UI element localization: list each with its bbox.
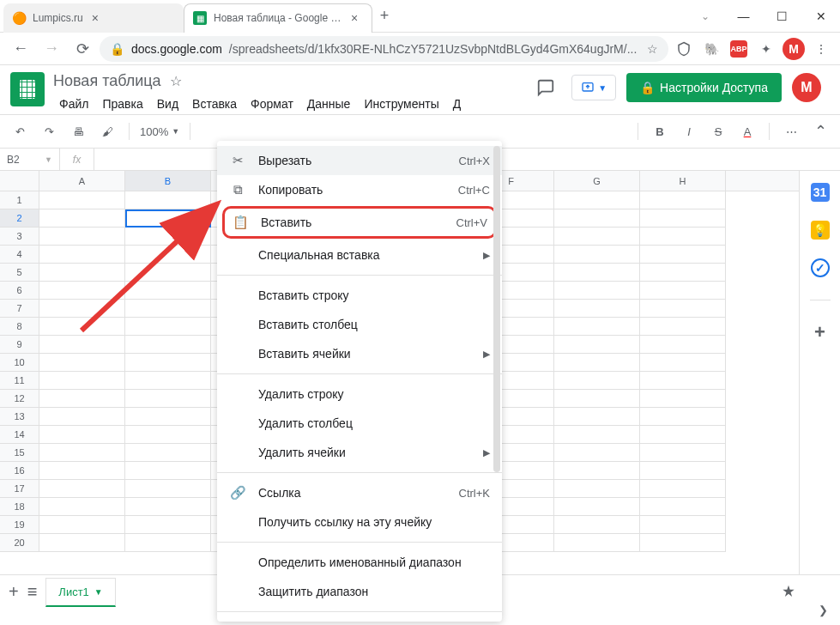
- cell[interactable]: [125, 300, 211, 318]
- name-box[interactable]: B2▼: [0, 149, 60, 170]
- cell[interactable]: [640, 498, 726, 516]
- row-header-5[interactable]: 5: [0, 264, 39, 282]
- cell[interactable]: [554, 534, 640, 552]
- col-header-B[interactable]: B: [125, 171, 211, 191]
- row-header-14[interactable]: 14: [0, 426, 39, 444]
- text-color-button[interactable]: A: [736, 120, 758, 143]
- shield-icon[interactable]: [672, 37, 696, 61]
- cell[interactable]: [554, 191, 640, 209]
- menu-item-Вставить столбец[interactable]: Вставить столбец: [217, 310, 502, 339]
- browser-tab-lumpics[interactable]: 🟠 Lumpics.ru ×: [3, 3, 184, 33]
- cell[interactable]: [39, 300, 125, 318]
- menu-Д[interactable]: Д: [447, 94, 467, 114]
- cell[interactable]: [554, 318, 640, 336]
- cell[interactable]: [640, 372, 726, 390]
- cell[interactable]: [125, 444, 211, 462]
- row-header-10[interactable]: 10: [0, 354, 39, 372]
- paint-format-button[interactable]: 🖌: [96, 120, 118, 143]
- col-header-A[interactable]: A: [39, 171, 125, 191]
- menu-item-Комментарий[interactable]: 🗨КомментарийCtrl+Alt+M: [217, 617, 502, 622]
- cell[interactable]: [39, 480, 125, 498]
- row-header-3[interactable]: 3: [0, 228, 39, 246]
- cell[interactable]: [125, 354, 211, 372]
- cell[interactable]: [125, 372, 211, 390]
- cell[interactable]: [640, 408, 726, 426]
- menu-Вид[interactable]: Вид: [151, 94, 184, 114]
- cell[interactable]: [125, 191, 211, 209]
- menu-item-Вырезать[interactable]: ✂ВырезатьCtrl+X: [217, 146, 502, 175]
- cell[interactable]: [554, 444, 640, 462]
- comments-icon[interactable]: [530, 72, 561, 103]
- cell[interactable]: [125, 318, 211, 336]
- minimize-button[interactable]: —: [724, 0, 763, 33]
- cell[interactable]: [554, 264, 640, 282]
- menu-Данные[interactable]: Данные: [301, 94, 357, 114]
- tab-close-icon[interactable]: ×: [351, 11, 358, 25]
- abp-icon[interactable]: ABP: [727, 37, 751, 61]
- row-header-2[interactable]: 2: [0, 209, 39, 228]
- menu-Правка[interactable]: Правка: [96, 94, 148, 114]
- row-header-18[interactable]: 18: [0, 498, 39, 516]
- cell[interactable]: [39, 191, 125, 209]
- cell[interactable]: [39, 354, 125, 372]
- strikethrough-button[interactable]: S: [707, 120, 729, 143]
- sheets-logo-icon[interactable]: [10, 72, 45, 106]
- row-header-13[interactable]: 13: [0, 408, 39, 426]
- new-tab-button[interactable]: +: [372, 7, 396, 25]
- cell[interactable]: [640, 336, 726, 354]
- cell[interactable]: [125, 228, 211, 246]
- chevron-down-icon[interactable]: ⌄: [686, 0, 724, 33]
- row-header-12[interactable]: 12: [0, 390, 39, 408]
- cell[interactable]: [554, 390, 640, 408]
- menu-item-Удалить столбец[interactable]: Удалить столбец: [217, 409, 502, 438]
- cell[interactable]: [125, 480, 211, 498]
- col-header-G[interactable]: G: [554, 171, 640, 191]
- all-sheets-button[interactable]: ≡: [27, 582, 38, 602]
- row-header-16[interactable]: 16: [0, 462, 39, 480]
- menu-Инструменты[interactable]: Инструменты: [358, 94, 444, 114]
- cell[interactable]: [125, 516, 211, 534]
- document-title[interactable]: Новая таблица: [53, 72, 161, 90]
- cell[interactable]: [125, 426, 211, 444]
- menu-item-Вставить[interactable]: 📋ВставитьCtrl+V: [222, 206, 497, 239]
- chevron-down-icon[interactable]: ▼: [94, 587, 103, 597]
- cell[interactable]: [640, 282, 726, 300]
- cell[interactable]: [640, 534, 726, 552]
- cell[interactable]: [554, 354, 640, 372]
- menu-Вставка[interactable]: Вставка: [186, 94, 243, 114]
- menu-item-Защитить диапазон[interactable]: Защитить диапазон: [217, 577, 502, 606]
- forward-button[interactable]: →: [38, 35, 65, 63]
- cell[interactable]: [640, 516, 726, 534]
- browser-menu-icon[interactable]: ⋮: [809, 37, 833, 61]
- cell[interactable]: [554, 300, 640, 318]
- back-button[interactable]: ←: [7, 35, 34, 63]
- zoom-select[interactable]: 100% ▼: [140, 125, 179, 138]
- cell[interactable]: [640, 228, 726, 246]
- tab-close-icon[interactable]: ×: [92, 11, 99, 25]
- cell[interactable]: [39, 444, 125, 462]
- cell[interactable]: [39, 372, 125, 390]
- present-button[interactable]: ▼: [571, 75, 616, 100]
- cell[interactable]: [125, 209, 211, 228]
- cell[interactable]: [554, 480, 640, 498]
- explore-button[interactable]: [780, 584, 831, 601]
- cell[interactable]: [39, 498, 125, 516]
- cell[interactable]: [640, 444, 726, 462]
- row-header-15[interactable]: 15: [0, 444, 39, 462]
- print-button[interactable]: 🖶: [67, 120, 89, 143]
- menu-scrollbar[interactable]: [493, 146, 500, 472]
- address-bar[interactable]: 🔒 docs.google.com/spreadsheets/d/1kfx30R…: [100, 36, 668, 62]
- cell[interactable]: [39, 390, 125, 408]
- star-icon[interactable]: ☆: [170, 73, 182, 89]
- cell[interactable]: [125, 408, 211, 426]
- row-header-11[interactable]: 11: [0, 372, 39, 390]
- keep-icon[interactable]: 💡: [811, 221, 830, 240]
- cell[interactable]: [640, 390, 726, 408]
- row-header-4[interactable]: 4: [0, 246, 39, 264]
- cell[interactable]: [125, 282, 211, 300]
- menu-item-Определить именованный диапазон[interactable]: Определить именованный диапазон: [217, 548, 502, 577]
- cell[interactable]: [640, 480, 726, 498]
- reload-button[interactable]: ⟳: [69, 35, 96, 63]
- row-header-8[interactable]: 8: [0, 318, 39, 336]
- col-header-H[interactable]: H: [640, 171, 726, 191]
